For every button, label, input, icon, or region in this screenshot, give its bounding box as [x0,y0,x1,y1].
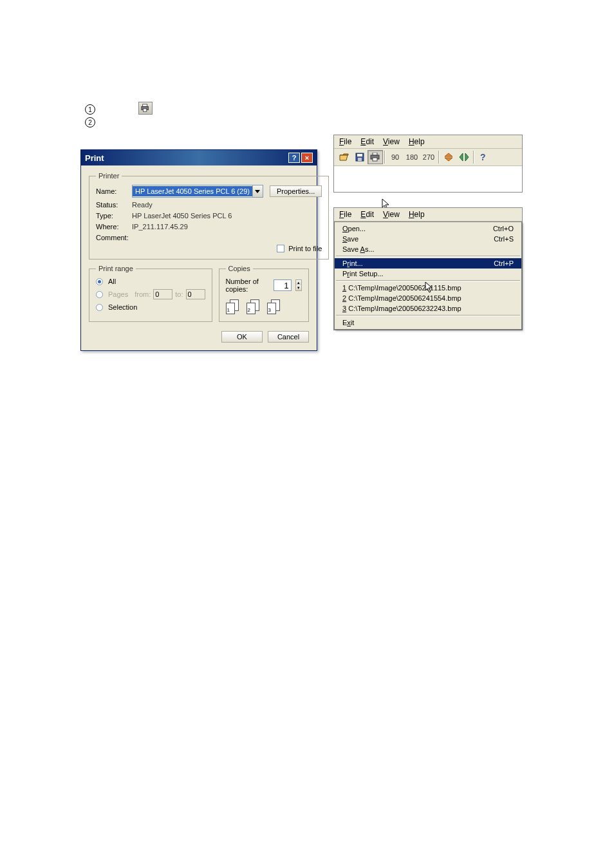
name-label: Name: [96,187,132,195]
svg-marker-10 [445,158,452,161]
where-label: Where: [96,223,132,231]
menu-item-print-setup[interactable]: Print Setup... [335,269,521,279]
menu-item-recent-2[interactable]: 2 C:\Temp\Image\200506241554.bmp [335,293,521,303]
bullet-2: 2 [85,117,95,127]
flip-horizontal-icon[interactable] [456,150,472,164]
open-icon[interactable] [337,150,352,164]
collate-page: 1 [226,303,235,314]
printer-name-select[interactable]: HP LaserJet 4050 Series PCL 6 (29) [132,185,263,198]
print-icon[interactable] [367,150,383,164]
printer-group: Printer Name: HP LaserJet 4050 Series PC… [89,172,329,259]
ok-button[interactable]: OK [221,331,263,343]
collate-page: 2 [247,303,256,314]
close-button[interactable]: × [301,153,313,163]
num-copies-input[interactable] [274,279,292,291]
menu-help[interactable]: Help [409,210,425,219]
type-label: Type: [96,212,132,220]
shortcut: Ctrl+O [493,225,514,232]
menu-help[interactable]: Help [409,137,425,146]
titlebar[interactable]: Print ? × [81,150,317,165]
comment-label: Comment: [96,234,132,241]
collate-page: 3 [267,303,276,314]
to-input[interactable] [186,289,205,299]
spinner-down-icon[interactable]: ▼ [296,285,301,290]
copies-legend: Copies [226,265,253,272]
copies-group: Copies Number of copies: ▲ ▼ 1 1 [219,265,310,322]
menu-item-recent-3[interactable]: 3 C:\Temp\Image\200506232243.bmp [335,303,521,314]
menu-item-open[interactable]: Open... Ctrl+O [335,223,521,234]
svg-rect-4 [357,154,362,156]
toolbar-window: File Edit View Help 90 180 270 ? [333,135,523,193]
save-icon[interactable] [352,150,367,164]
from-label: from: [135,290,151,298]
doc-bullets: 1 2 [85,104,95,130]
shortcut: Ctrl+S [494,235,514,243]
range-selection-radio[interactable] [96,304,103,311]
range-pages-label: Pages [108,290,128,298]
to-label: to: [175,290,183,298]
menu-view[interactable]: View [383,137,400,146]
where-value: IP_211.117.45.29 [132,223,188,231]
menu-window: File Edit View Help Open... Ctrl+O Save … [333,207,523,330]
menu-item-recent-1[interactable]: 1 C:\Temp\Image\200506251115.bmp [335,283,521,293]
print-icon [138,102,153,115]
shortcut: Ctrl+P [494,259,514,267]
printer-name-value: HP LaserJet 4050 Series PCL 6 (29) [133,186,252,196]
flip-vertical-icon[interactable] [441,150,456,164]
from-input[interactable] [153,289,172,299]
range-all-radio[interactable] [96,278,103,285]
svg-rect-2 [144,109,147,111]
svg-marker-11 [460,153,463,161]
rotate-270-button[interactable]: 270 [420,150,437,164]
toolbar: 90 180 270 ? [334,149,522,166]
print-to-file-checkbox[interactable] [277,245,284,252]
svg-marker-9 [445,153,452,156]
chevron-down-icon[interactable] [252,185,263,197]
menubar: File Edit View Help [334,135,522,149]
properties-button[interactable]: Properties... [270,185,322,197]
svg-text:?: ? [480,152,486,162]
help-icon[interactable]: ? [476,150,491,164]
collate-graphic: 1 1 2 2 3 3 [226,299,302,315]
svg-rect-5 [358,158,362,161]
rotate-180-button[interactable]: 180 [404,150,420,164]
status-label: Status: [96,201,132,209]
printer-legend: Printer [96,172,122,180]
menu-item-save[interactable]: Save Ctrl+S [335,234,521,244]
menu-edit[interactable]: Edit [360,137,374,146]
range-pages-radio[interactable] [96,291,103,298]
bullet-1: 1 [85,104,95,115]
print-dialog: Print ? × Printer Name: HP LaserJet 4050… [80,149,317,351]
menu-file[interactable]: File [339,137,351,146]
dialog-title: Print [85,153,287,163]
range-legend: Print range [96,265,136,272]
type-value: HP LaserJet 4050 Series PCL 6 [132,212,232,220]
copies-spinner[interactable]: ▲ ▼ [295,279,302,291]
menu-item-exit[interactable]: Exit [335,317,521,328]
help-button[interactable]: ? [288,153,300,163]
svg-rect-8 [373,158,377,161]
spinner-up-icon[interactable]: ▲ [296,280,301,285]
menubar: File Edit View Help [334,208,522,222]
rotate-90-button[interactable]: 90 [387,150,404,164]
svg-marker-12 [465,153,469,161]
menu-item-print[interactable]: Print... Ctrl+P [335,258,521,269]
status-value: Ready [132,201,153,209]
menu-view[interactable]: View [383,210,400,219]
print-range-group: Print range All Pages from: to: Selectio… [89,265,212,322]
menu-edit[interactable]: Edit [360,210,374,219]
print-to-file-label: Print to file [288,245,322,252]
num-copies-label: Number of copies: [226,278,266,293]
menu-item-save-as[interactable]: Save As... [335,244,521,254]
range-all-label: All [108,278,116,285]
svg-rect-6 [373,153,377,155]
svg-rect-0 [143,104,147,107]
range-selection-label: Selection [108,303,137,311]
menu-file[interactable]: File [339,210,351,219]
file-dropdown: Open... Ctrl+O Save Ctrl+S Save As... Pr… [334,222,522,330]
cancel-button[interactable]: Cancel [268,331,309,343]
